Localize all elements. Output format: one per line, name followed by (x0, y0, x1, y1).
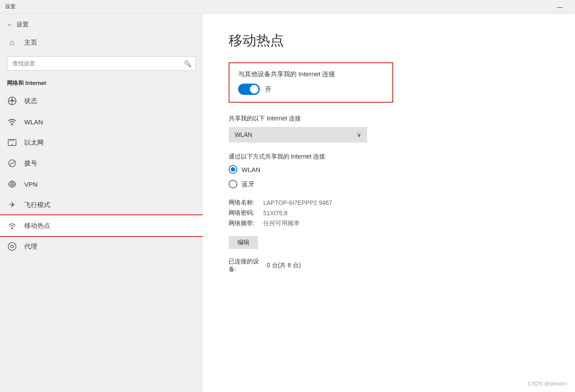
vpn-label: VPN (24, 181, 38, 188)
sidebar-item-home[interactable]: ⌂ 主页 (0, 32, 203, 53)
share-via-section: 通过以下方式共享我的 Internet 连接 WLAN 蓝牙 (229, 153, 549, 188)
share-via-label: 通过以下方式共享我的 Internet 连接 (229, 153, 549, 161)
hotspot-toggle-switch[interactable] (238, 84, 260, 95)
network-password-row: 网络密码: 51Xt75;8 (229, 209, 549, 217)
hotspot-toggle-section: 与其他设备共享我的 Internet 连接 开 (229, 62, 393, 103)
radio-bluetooth-label: 蓝牙 (242, 180, 255, 188)
svg-point-3 (12, 125, 13, 126)
network-name-row: 网络名称: LAPTOP-6I7EPPP2 9467 (229, 199, 549, 207)
sidebar: ← 设置 ⌂ 主页 🔍 网络和 Internet 状态 (0, 14, 203, 392)
radio-wlan-label: WLAN (242, 166, 260, 173)
connected-devices-row: 已连接的设备: 0 台(共 8 台) (229, 258, 549, 273)
home-label: 主页 (24, 39, 37, 47)
share-from-label: 共享我的以下 Internet 连接 (229, 115, 549, 123)
toggle-status: 开 (265, 85, 271, 94)
section-title: 网络和 Internet (0, 74, 203, 91)
share-via-radio-group: WLAN 蓝牙 (229, 165, 549, 188)
back-button[interactable]: ← 设置 (0, 17, 203, 32)
sidebar-item-proxy[interactable]: 代理 (0, 236, 203, 257)
content-area: 移动热点 与其他设备共享我的 Internet 连接 开 共享我的以下 Inte… (203, 14, 575, 392)
dropdown-chevron-icon: ∨ (357, 131, 361, 138)
network-band-key: 网络频带: (229, 220, 263, 227)
share-from-value: WLAN (235, 131, 252, 138)
radio-wlan-circle (229, 165, 237, 174)
watermark: CSDN @slender- (528, 381, 568, 387)
ethernet-label: 以太网 (24, 139, 44, 147)
radio-bluetooth-circle (229, 180, 237, 188)
toggle-row: 开 (238, 84, 384, 95)
share-from-dropdown[interactable]: WLAN ∨ (229, 127, 367, 143)
radio-item-bluetooth[interactable]: 蓝牙 (229, 180, 549, 188)
network-name-key: 网络名称: (229, 199, 263, 207)
page-title: 移动热点 (229, 31, 549, 50)
wlan-label: WLAN (24, 118, 43, 126)
airplane-icon: ✈ (7, 200, 17, 210)
network-band-value: 任何可用频率 (263, 220, 300, 227)
home-icon: ⌂ (7, 37, 17, 48)
toggle-knob (250, 85, 258, 94)
toggle-label: 与其他设备共享我的 Internet 连接 (238, 70, 384, 78)
back-icon: ← (7, 21, 13, 28)
dial-label: 拨号 (24, 159, 37, 168)
proxy-icon (7, 241, 17, 252)
search-input[interactable] (7, 56, 196, 71)
network-password-key: 网络密码: (229, 209, 263, 217)
wlan-icon (7, 117, 17, 127)
titlebar-title: 设置 (5, 3, 16, 10)
connected-label: 已连接的设备: (229, 258, 263, 273)
sidebar-item-status[interactable]: 状态 (0, 91, 203, 111)
network-password-value: 51Xt75;8 (263, 210, 288, 217)
search-container: 🔍 (7, 56, 196, 71)
minimize-button[interactable]: — (550, 0, 570, 14)
network-info-section: 网络名称: LAPTOP-6I7EPPP2 9467 网络密码: 51Xt75;… (229, 199, 549, 249)
sidebar-item-wlan[interactable]: WLAN (0, 111, 203, 132)
sidebar-item-vpn[interactable]: VPN (0, 174, 203, 194)
radio-item-wlan[interactable]: WLAN (229, 165, 549, 174)
sidebar-item-dial[interactable]: 拨号 (0, 153, 203, 174)
main-layout: ← 设置 ⌂ 主页 🔍 网络和 Internet 状态 (0, 14, 575, 392)
hotspot-label: 移动热点 (24, 222, 50, 230)
hotspot-icon (7, 220, 17, 231)
network-name-value: LAPTOP-6I7EPPP2 9467 (263, 199, 332, 206)
titlebar: 设置 — (0, 0, 575, 14)
status-icon (7, 96, 17, 106)
ethernet-icon (7, 137, 17, 148)
connected-value: 0 台(共 8 台) (267, 262, 301, 269)
sidebar-item-airplane[interactable]: ✈ 飞行模式 (0, 194, 203, 215)
share-from-section: 共享我的以下 Internet 连接 WLAN ∨ (229, 115, 549, 143)
network-band-row: 网络频带: 任何可用频率 (229, 220, 549, 227)
search-icon: 🔍 (184, 60, 191, 67)
svg-point-12 (11, 227, 13, 229)
sidebar-item-ethernet[interactable]: 以太网 (0, 132, 203, 153)
sidebar-item-hotspot[interactable]: 移动热点 (0, 215, 203, 236)
vpn-icon (7, 179, 17, 189)
edit-button[interactable]: 编辑 (229, 236, 258, 249)
status-label: 状态 (24, 97, 37, 105)
settings-title: 设置 (16, 21, 29, 29)
dial-icon (7, 158, 17, 168)
airplane-label: 飞行模式 (24, 201, 50, 209)
proxy-label: 代理 (24, 243, 37, 251)
titlebar-controls: — (550, 0, 570, 14)
svg-point-13 (8, 243, 16, 250)
